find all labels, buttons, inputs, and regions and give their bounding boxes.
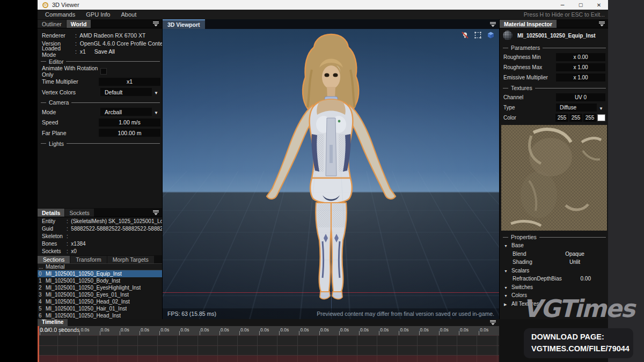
menu-items: CommandsGPU InfoAbout (40, 10, 142, 19)
color-channel-input[interactable]: 255 (569, 114, 582, 122)
timeline-tick: 0.0s (219, 326, 239, 335)
parameter-input[interactable]: x 0.00 (556, 53, 605, 61)
details-tabbar: DetailsSockets (38, 208, 162, 217)
material-list-item[interactable]: 1 MI_1025001_10250_Body_Inst (38, 277, 162, 284)
details-tab[interactable]: Sockets (65, 209, 93, 217)
cube-icon[interactable] (487, 31, 495, 39)
close-button[interactable] (590, 0, 608, 10)
material-list-item[interactable]: 4 MI_1025001_10250_Head_02_Inst (38, 298, 162, 305)
tree-group-base[interactable]: Base (500, 241, 608, 250)
timeline-playhead[interactable] (38, 326, 39, 362)
vertex-colors-dropdown[interactable]: Default (100, 88, 152, 96)
camera-speed-input[interactable]: 1.00 m/s (99, 119, 160, 127)
timeline-tick: 0.0s (459, 326, 479, 335)
details-tab[interactable]: Details (38, 209, 64, 217)
watermark-download-box: DOWNLOAD PAGE: VGTIMES.COM/FILE/79044 (524, 328, 633, 358)
details-value: x1384 (67, 241, 86, 247)
material-index: 1 (39, 278, 43, 284)
save-all-button[interactable]: Save All (94, 48, 115, 55)
color-swatch[interactable] (597, 114, 605, 121)
expand-arrow-icon[interactable] (504, 284, 511, 290)
app-icon (42, 2, 48, 8)
parameter-row: Roughness Max x 1.00 (500, 62, 608, 72)
details-value (67, 233, 71, 239)
parameter-label: Roughness Min (503, 54, 556, 60)
material-index: 0 (39, 271, 43, 277)
viewport-statusbar: FPS: 63 (15.85 ms) Previewed content may… (163, 308, 499, 319)
timeline-tick: 0.0s (379, 326, 399, 335)
vertex-colors-label: Vertex Colors (42, 89, 100, 95)
panel-menu-icon[interactable] (489, 21, 496, 27)
camera-mode-dropdown[interactable]: Arcball (100, 108, 152, 116)
far-plane-input[interactable]: 100.00 m (99, 129, 160, 137)
timeline-tick: 0.0s (479, 326, 499, 335)
color-channel-input[interactable]: 255 (583, 114, 596, 122)
details-value: (SkeletalMesh) SK_1025_1025001_Lobby (67, 218, 162, 224)
far-plane-label: Far Plane (42, 130, 99, 136)
panel-menu-icon[interactable] (152, 210, 159, 216)
chevron-down-icon[interactable] (152, 89, 160, 95)
material-list-item[interactable]: 6 MI_1025001_10250_Head_Inst (38, 312, 162, 319)
chevron-down-icon[interactable] (597, 105, 605, 111)
expand-arrow-icon[interactable] (504, 292, 511, 298)
timeline-tick: 0.0s (239, 326, 259, 335)
details-subtab[interactable]: Morph Targets (107, 256, 154, 263)
type-dropdown[interactable]: Diffuse (556, 104, 597, 112)
details-value: x0 (67, 248, 77, 254)
timeline-tab[interactable]: Timeline (38, 319, 68, 326)
details-rows: Entity (SkeletalMesh) SK_1025_1025001_Lo… (38, 217, 162, 255)
animate-rotation-checkbox[interactable] (100, 68, 107, 75)
details-subtab[interactable]: Transform (70, 256, 106, 263)
material-table-header: ... Material (38, 263, 162, 270)
time-multiplier-input[interactable]: x1 (99, 78, 160, 86)
viewport-canvas[interactable]: FPS: 63 (15.85 ms) Previewed content may… (163, 29, 499, 319)
details-label: Skeleton (42, 233, 67, 239)
panel-menu-icon[interactable] (152, 21, 159, 27)
parameter-input[interactable]: x 1.00 (556, 73, 605, 82)
type-row: Type Diffuse (500, 102, 608, 113)
details-subtab[interactable]: Sections (38, 256, 70, 263)
details-tabs: DetailsSockets (38, 209, 94, 217)
expand-arrow-icon[interactable] (504, 268, 511, 274)
inspector-tab[interactable]: Material Inspector (500, 20, 557, 28)
material-list-item[interactable]: 5 MI_1025001_10250_Hair_01_Inst (38, 305, 162, 312)
panel-menu-icon[interactable] (489, 320, 496, 326)
menu-item[interactable]: GPU Info (80, 10, 115, 19)
far-plane-row: Far Plane 100.00 m (38, 128, 162, 138)
channel-value[interactable]: UV 0 (556, 93, 605, 101)
outliner-tab[interactable]: World (67, 20, 91, 28)
maximize-button[interactable] (572, 0, 590, 10)
character-model[interactable] (256, 32, 406, 300)
outliner-tab[interactable]: Outliner (38, 20, 66, 28)
expand-arrow-icon[interactable] (504, 242, 511, 248)
animate-rotation-label: Animate With Rotation Only (42, 65, 100, 78)
color-channel-input[interactable]: 255 (555, 114, 568, 122)
chevron-down-icon[interactable] (152, 109, 160, 115)
material-list-item[interactable]: 2 MI_1025001_10250_EyesHighlight_Inst (38, 284, 162, 291)
panel-menu-icon[interactable] (598, 21, 605, 27)
light-disabled-icon[interactable] (461, 31, 469, 39)
window-title: 3D Viewer (52, 2, 79, 8)
marquee-select-icon[interactable] (474, 31, 482, 39)
timeline-grid[interactable] (38, 335, 499, 356)
menu-item[interactable]: Commands (40, 10, 80, 19)
collapse-arrow-icon[interactable] (504, 301, 511, 307)
material-list-item[interactable]: 0 MI_1025001_10250_Equip_Inst (38, 270, 162, 277)
inspector-material-header: MI_1025001_10250_Equip_Inst (500, 28, 608, 42)
timeline-tick: 0.0s (419, 326, 439, 335)
timeline-ruler[interactable]: 0.0/0.0 seconds 0.0s0.0s0.0s0.0s0.0s0.0s… (38, 326, 499, 335)
material-list-item[interactable]: 3 MI_1025001_10250_Eyes_01_Inst (38, 291, 162, 298)
color-values: 255255255 (555, 114, 596, 122)
viewport-toolbar (461, 31, 495, 39)
parameter-input[interactable]: x 1.00 (556, 63, 605, 71)
parameters-section-header: Parameters (503, 44, 606, 51)
camera-speed-label: Speed (42, 119, 99, 125)
viewport-tab[interactable]: 3D Viewport (163, 19, 205, 29)
minimize-button[interactable] (553, 0, 572, 10)
texture-preview (501, 125, 607, 231)
tree-group-switches[interactable]: Switches (500, 283, 608, 292)
tree-group-scalars[interactable]: Scalars (500, 267, 608, 275)
material-name: MI_1025001_10250_Body_Inst (46, 278, 120, 284)
menu-item[interactable]: About (116, 10, 142, 19)
timeline-tick: 0.0s (439, 326, 459, 335)
